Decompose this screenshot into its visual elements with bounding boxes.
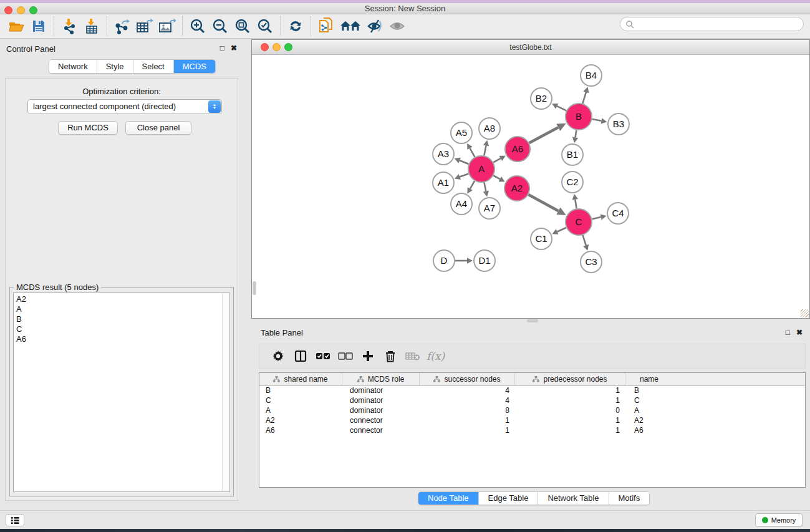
refresh-layout-button[interactable] <box>284 16 307 37</box>
table-row[interactable]: A6connector11A6 <box>259 426 805 436</box>
graph-node-D[interactable]: D <box>433 250 455 271</box>
table-cell[interactable]: A <box>625 406 673 416</box>
tab-network[interactable]: Network <box>49 60 97 73</box>
table-cell[interactable]: connector <box>342 416 420 426</box>
graph-node-A8[interactable]: A8 <box>479 118 500 139</box>
table-cell[interactable]: B <box>259 386 342 396</box>
show-hidden-button[interactable] <box>386 16 408 37</box>
tab-mcds[interactable]: MCDS <box>174 60 215 73</box>
close-network-button[interactable] <box>261 43 269 51</box>
table-cell[interactable]: A2 <box>259 416 342 426</box>
search-input[interactable] <box>634 20 790 29</box>
tab-node-table[interactable]: Node Table <box>418 492 479 505</box>
zoom-window-button[interactable] <box>29 6 37 14</box>
table-cell[interactable]: 4 <box>420 386 515 396</box>
close-panel-icon[interactable]: ✖ <box>231 44 237 52</box>
table-row[interactable]: Adominator80A <box>259 406 805 416</box>
mcds-result-list[interactable]: A2ABCA6 <box>13 293 230 492</box>
table-cell[interactable]: 1 <box>420 426 515 436</box>
table-cell[interactable]: 1 <box>420 416 515 426</box>
graph-node-A1[interactable]: A1 <box>433 172 454 193</box>
close-panel-button[interactable]: Close panel <box>125 121 191 135</box>
column-layout-button[interactable] <box>289 346 312 367</box>
network-vscrollbar[interactable] <box>253 281 256 295</box>
graph-node-A6[interactable]: A6 <box>505 137 530 162</box>
hide-selected-button[interactable] <box>364 16 386 37</box>
tab-select[interactable]: Select <box>133 60 174 73</box>
float-panel-icon[interactable]: □ <box>220 44 224 52</box>
graph-node-C2[interactable]: C2 <box>562 172 583 193</box>
result-list-item[interactable]: C <box>16 324 229 334</box>
graph-node-A7[interactable]: A7 <box>479 198 500 219</box>
graph-node-C1[interactable]: C1 <box>531 228 552 249</box>
table-cell[interactable]: 1 <box>515 416 625 426</box>
result-list-item[interactable]: A <box>16 304 229 314</box>
table-cell[interactable]: C <box>625 396 673 406</box>
table-cell[interactable]: dominator <box>342 406 420 416</box>
export-table-button[interactable] <box>133 16 156 37</box>
graph-node-A5[interactable]: A5 <box>451 122 472 143</box>
network-window-titlebar[interactable]: testGlobe.txt <box>252 40 809 55</box>
node-table[interactable]: shared nameMCDS rolesuccessor nodesprede… <box>259 372 806 488</box>
graph-node-B1[interactable]: B1 <box>562 144 583 165</box>
export-image-button[interactable] <box>156 16 178 37</box>
result-list-item[interactable]: B <box>16 314 229 324</box>
save-session-button[interactable] <box>27 16 50 37</box>
criterion-dropdown[interactable]: largest connected component (directed) ▲… <box>27 99 222 114</box>
table-cell[interactable]: 8 <box>420 406 515 416</box>
table-cell[interactable]: A6 <box>259 426 342 436</box>
zoom-out-button[interactable] <box>209 16 231 37</box>
function-builder-button[interactable]: f(x) <box>427 350 445 362</box>
column-header-shared-name[interactable]: shared name <box>259 373 342 385</box>
tab-style[interactable]: Style <box>97 60 133 73</box>
delete-column-button[interactable] <box>379 346 402 367</box>
table-cell[interactable]: A6 <box>625 426 673 436</box>
column-header-name[interactable]: name <box>625 373 673 385</box>
close-table-panel-icon[interactable]: ✖ <box>796 328 803 337</box>
close-window-button[interactable] <box>4 6 12 14</box>
search-field[interactable] <box>620 17 804 31</box>
graph-node-A3[interactable]: A3 <box>433 143 454 165</box>
add-column-button[interactable] <box>357 346 379 367</box>
export-network-button[interactable] <box>111 16 133 37</box>
import-network-button[interactable] <box>58 16 80 37</box>
table-cell[interactable]: C <box>259 396 342 406</box>
resize-grip-icon[interactable] <box>801 309 809 317</box>
table-row[interactable]: Cdominator41C <box>259 396 805 406</box>
minimize-window-button[interactable] <box>17 6 25 14</box>
column-header-predecessor-nodes[interactable]: predecessor nodes <box>515 373 625 385</box>
table-cell[interactable]: 0 <box>515 406 625 416</box>
graph-node-C[interactable]: C <box>566 209 592 235</box>
graph-node-B2[interactable]: B2 <box>531 88 552 109</box>
zoom-fit-button[interactable] <box>231 16 254 37</box>
tab-edge-table[interactable]: Edge Table <box>479 492 539 505</box>
graph-node-C3[interactable]: C3 <box>581 251 602 273</box>
graph-node-A2[interactable]: A2 <box>504 176 529 201</box>
table-settings-button[interactable] <box>267 346 289 367</box>
table-cell[interactable]: connector <box>342 426 420 436</box>
result-list-scrollbar[interactable] <box>222 293 229 491</box>
table-cell[interactable]: 1 <box>515 386 625 396</box>
table-cell[interactable]: dominator <box>342 386 420 396</box>
minimize-network-button[interactable] <box>272 43 281 51</box>
memory-button[interactable]: Memory <box>755 513 803 527</box>
network-hscrollbar[interactable] <box>527 319 538 322</box>
table-cell[interactable]: B <box>625 386 673 396</box>
import-table-button[interactable] <box>80 16 103 37</box>
open-session-button[interactable] <box>5 16 27 37</box>
graph-node-B3[interactable]: B3 <box>608 114 629 135</box>
table-row[interactable]: Bdominator41B <box>259 386 805 396</box>
zoom-network-button[interactable] <box>284 43 292 51</box>
first-neighbors-button[interactable] <box>337 16 364 37</box>
graph-node-B4[interactable]: B4 <box>581 65 602 86</box>
graph-node-B[interactable]: B <box>566 104 592 130</box>
network-canvas[interactable]: AA1A2A3A4A5A6A7A8BB1B2B3B4CC1C2C3C4DD1 <box>253 56 809 318</box>
column-header-MCDS-role[interactable]: MCDS role <box>342 373 420 385</box>
graph-node-D1[interactable]: D1 <box>474 250 495 271</box>
task-history-button[interactable] <box>6 514 24 526</box>
table-cell[interactable]: A2 <box>625 416 673 426</box>
graph-node-C4[interactable]: C4 <box>607 203 629 224</box>
tab-network-table[interactable]: Network Table <box>538 492 609 505</box>
result-list-item[interactable]: A2 <box>16 294 229 304</box>
delete-table-button[interactable] <box>402 346 424 367</box>
